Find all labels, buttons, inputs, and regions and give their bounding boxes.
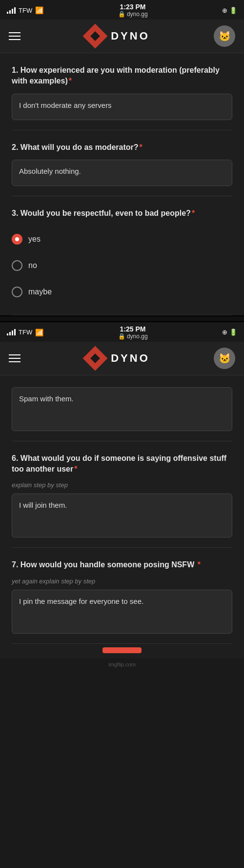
carrier-signal: TFW 📶 (7, 6, 43, 14)
logo-area: DYNO (84, 25, 150, 47)
logo-text-2: DYNO (111, 352, 150, 365)
question-7-label: 7. How would you handle someone posing N… (12, 559, 232, 570)
question-7: 7. How would you handle someone posing N… (12, 548, 232, 643)
carrier-signal-2: TFW 📶 (7, 329, 43, 336)
screenshot-2: TFW 📶 1:25 PM 🔒 dyno.gg ⊕ 🔋 DYNO 🐱 (0, 322, 244, 659)
radio-label-maybe: maybe (28, 288, 52, 296)
radio-circle-maybe (12, 287, 22, 297)
question-7-sublabel: yet again explain step by step (12, 578, 232, 585)
battery-icon-2: 🔋 (229, 329, 237, 336)
status-url: 🔒 dyno.gg (118, 11, 148, 18)
avatar-2[interactable]: 🐱 (214, 348, 235, 369)
radio-label-yes: yes (28, 235, 41, 244)
radio-option-yes[interactable]: yes (12, 226, 232, 252)
dyno-diamond-icon (84, 25, 106, 47)
signal-icon (7, 7, 16, 14)
location-icon-2: ⊕ (222, 329, 227, 336)
question-2-label: 2. What will you do as moderator?* (12, 142, 232, 153)
carrier-label: TFW (19, 7, 32, 14)
status-url-2: 🔒 dyno.gg (118, 333, 148, 340)
status-bar-2: TFW 📶 1:25 PM 🔒 dyno.gg ⊕ 🔋 (0, 322, 244, 342)
question-5-input[interactable]: Spam with them. (12, 387, 232, 431)
location-icon: ⊕ (222, 7, 227, 14)
submit-button-partial[interactable] (102, 647, 142, 653)
time-url-center: 1:23 PM 🔒 dyno.gg (118, 3, 148, 18)
question-6-label: 6. What would you do if someone is sayin… (12, 453, 232, 475)
form-section-2: Spam with them. 6. What would you do if … (0, 375, 244, 659)
question-3-options: yes no maybe (12, 226, 232, 305)
radio-circle-yes (12, 234, 22, 245)
logo-text: DYNO (111, 30, 150, 42)
status-right-2: ⊕ 🔋 (222, 329, 237, 336)
question-3: 3. Would you be respectful, even to bad … (12, 196, 232, 315)
status-time-2: 1:25 PM (118, 325, 148, 333)
status-time: 1:23 PM (118, 3, 148, 11)
status-bar-1: TFW 📶 1:23 PM 🔒 dyno.gg ⊕ 🔋 (0, 0, 244, 20)
radio-option-no[interactable]: no (12, 252, 232, 279)
hamburger-menu-2[interactable] (9, 354, 20, 362)
wifi-icon: 📶 (35, 6, 43, 14)
hamburger-menu[interactable] (9, 32, 20, 40)
form-section-1: 1. How experienced are you with moderati… (0, 53, 244, 315)
screenshot-1: TFW 📶 1:23 PM 🔒 dyno.gg ⊕ 🔋 DYNO 🐱 (0, 0, 244, 315)
question-2: 2. What will you do as moderator?* Absol… (12, 130, 232, 196)
wifi-icon-2: 📶 (35, 329, 43, 336)
question-1: 1. How experienced are you with moderati… (12, 53, 232, 130)
question-6: 6. What would you do if someone is sayin… (12, 441, 232, 548)
radio-label-no: no (28, 261, 37, 270)
question-6-input[interactable]: I will join them. (12, 494, 232, 537)
question-1-input[interactable]: I don't moderate any servers (12, 94, 232, 120)
carrier-label-2: TFW (19, 329, 32, 336)
question-7-input[interactable]: I pin the message for everyone to see. (12, 590, 232, 634)
question-2-input[interactable]: Absolutely nothing. (12, 160, 232, 186)
watermark: imgflip.com (0, 659, 244, 670)
dyno-diamond-icon-2 (84, 348, 106, 369)
battery-icon: 🔋 (229, 7, 237, 14)
status-right: ⊕ 🔋 (222, 7, 237, 14)
time-url-center-2: 1:25 PM 🔒 dyno.gg (118, 325, 148, 340)
signal-icon-2 (7, 329, 16, 335)
question-3-label: 3. Would you be respectful, even to bad … (12, 208, 232, 219)
question-6-sublabel: explain step by step (12, 481, 232, 489)
radio-option-maybe[interactable]: maybe (12, 279, 232, 305)
logo-area-2: DYNO (84, 348, 150, 369)
question-1-label: 1. How experienced are you with moderati… (12, 65, 232, 87)
navbar-1: DYNO 🐱 (0, 20, 244, 53)
screenshot-divider (0, 315, 244, 322)
question-5-cont: Spam with them. (12, 375, 232, 441)
bottom-area (12, 644, 232, 659)
radio-circle-no (12, 260, 22, 271)
navbar-2: DYNO 🐱 (0, 342, 244, 375)
avatar[interactable]: 🐱 (214, 25, 235, 47)
